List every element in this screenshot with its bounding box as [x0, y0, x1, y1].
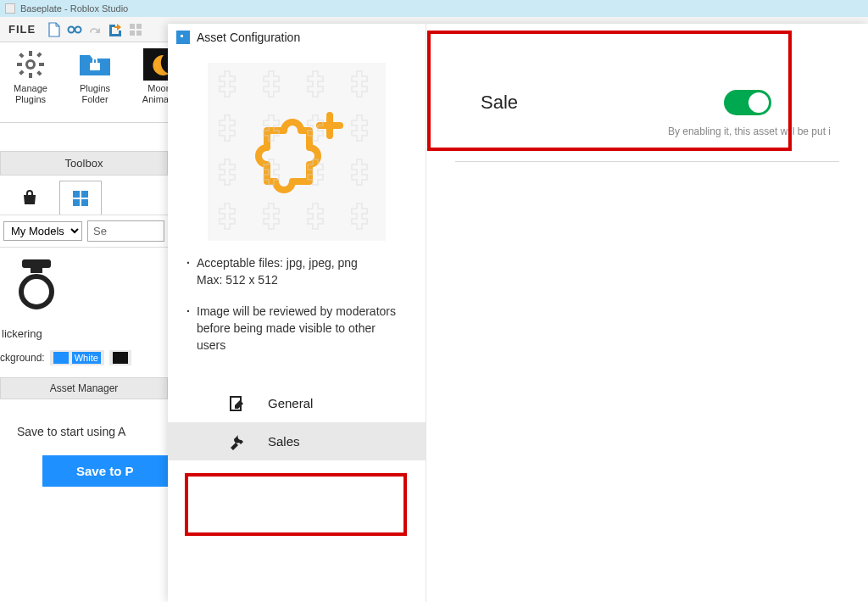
- pattern-bg: [208, 63, 386, 241]
- window-title: Baseplate - Roblox Studio: [20, 3, 128, 14]
- svg-point-15: [28, 62, 33, 67]
- nav-label: Sales: [268, 434, 300, 449]
- export-icon[interactable]: [107, 21, 124, 38]
- bg-black-chip[interactable]: [109, 350, 131, 365]
- asset-manager-header: Asset Manager: [0, 377, 168, 399]
- asset-label: lickering: [0, 324, 168, 347]
- svg-rect-4: [130, 31, 135, 36]
- svg-rect-21: [81, 199, 88, 206]
- manage-plugins-button[interactable]: Manage Plugins: [3, 47, 58, 105]
- bg-white-chip[interactable]: White: [50, 350, 104, 365]
- tab-marketplace[interactable]: [8, 181, 51, 215]
- note-moderation: Image will be reviewed by moderators bef…: [197, 303, 400, 354]
- svg-rect-19: [81, 191, 88, 198]
- app-icon: [5, 3, 15, 14]
- svg-rect-27: [208, 63, 386, 241]
- tab-inventory[interactable]: [59, 181, 102, 215]
- sale-row: Sale: [455, 24, 839, 122]
- sale-help-text: By enabling it, this asset will be put i: [455, 122, 839, 156]
- toolbox-header: Toolbox: [0, 151, 168, 176]
- svg-point-24: [21, 276, 52, 307]
- category-select[interactable]: My Models: [3, 221, 82, 241]
- left-panel: Toolbox My Models Se lickering ckground:…: [0, 123, 168, 602]
- svg-rect-9: [17, 63, 22, 66]
- upload-notes: Acceptable files: jpg, jpeg, png Max: 51…: [168, 254, 426, 367]
- search-input[interactable]: Se: [87, 220, 164, 242]
- nav-general[interactable]: General: [168, 384, 426, 422]
- svg-rect-13: [36, 52, 42, 57]
- svg-rect-11: [19, 53, 24, 58]
- svg-rect-3: [136, 24, 142, 29]
- sale-toggle[interactable]: [724, 90, 771, 115]
- svg-rect-14: [19, 70, 24, 75]
- svg-rect-7: [29, 51, 32, 56]
- dialog-app-icon: [176, 31, 190, 44]
- gear-icon: [14, 47, 47, 81]
- window-titlebar: Baseplate - Roblox Studio: [0, 0, 868, 17]
- dialog-content: Sale By enabling it, this asset will be …: [426, 24, 868, 602]
- svg-rect-10: [39, 63, 44, 66]
- dialog-nav: General Sales: [168, 384, 426, 460]
- thumbnail-upload[interactable]: [208, 63, 386, 241]
- dialog-sidebar: Asset Configuration Acceptab: [168, 24, 426, 602]
- background-row: ckground: White: [0, 347, 168, 369]
- dialog-title-row: Asset Configuration: [168, 24, 426, 51]
- note-formats: Acceptable files: jpg, jpeg, png Max: 51…: [197, 254, 400, 289]
- svg-rect-23: [31, 266, 42, 273]
- asset-thumbnail[interactable]: [0, 248, 168, 324]
- ribbon-item-label: Manage Plugins: [3, 83, 58, 105]
- tools-icon: [227, 432, 246, 451]
- toolbox-tabs: [0, 176, 168, 215]
- menu-file[interactable]: FILE: [0, 23, 44, 36]
- plugins-folder-button[interactable]: Plugins Folder: [68, 47, 122, 105]
- nav-label: General: [268, 396, 313, 410]
- redo-icon[interactable]: [86, 21, 103, 38]
- grid-icon[interactable]: [127, 21, 144, 38]
- folder-icon: [78, 47, 112, 81]
- bulb-icon: [7, 256, 66, 315]
- svg-rect-2: [130, 24, 135, 29]
- svg-rect-16: [90, 63, 100, 70]
- svg-rect-20: [73, 199, 80, 206]
- document-edit-icon: [227, 394, 246, 413]
- svg-rect-5: [136, 31, 142, 36]
- dialog-title: Asset Configuration: [197, 31, 300, 44]
- bag-icon: [20, 189, 39, 206]
- svg-rect-12: [36, 70, 42, 75]
- svg-point-0: [69, 26, 75, 32]
- ribbon-item-label: Plugins Folder: [68, 83, 122, 105]
- svg-point-1: [75, 26, 81, 32]
- svg-rect-18: [73, 191, 80, 198]
- background-label: ckground:: [0, 352, 45, 364]
- sale-label: Sale: [481, 92, 518, 114]
- new-file-icon[interactable]: [46, 21, 63, 38]
- toggle-knob: [748, 92, 769, 113]
- divider: [455, 161, 839, 162]
- find-icon[interactable]: [66, 21, 83, 38]
- save-button[interactable]: Save to P: [42, 455, 168, 487]
- grid-icon: [72, 190, 89, 207]
- svg-rect-8: [29, 73, 32, 78]
- asset-manager-hint: Save to start using A: [0, 399, 168, 455]
- nav-sales[interactable]: Sales: [168, 422, 426, 460]
- asset-configuration-dialog: Asset Configuration Acceptab: [168, 24, 868, 602]
- svg-rect-26: [181, 35, 183, 37]
- toolbox-filter-row: My Models Se: [0, 215, 168, 248]
